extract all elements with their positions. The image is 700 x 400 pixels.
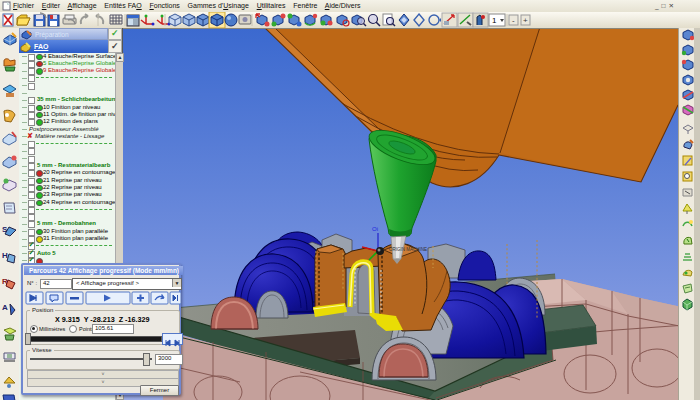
svg-text:Oi: Oi	[372, 226, 378, 232]
svg-text:-: -	[512, 16, 515, 25]
svg-text:A: A	[2, 303, 8, 312]
svg-text:ORIGIN MACHINE: ORIGIN MACHINE	[389, 247, 427, 252]
svg-text:H: H	[2, 251, 8, 260]
svg-text:+: +	[523, 16, 528, 25]
svg-text:1: 1	[492, 16, 497, 25]
